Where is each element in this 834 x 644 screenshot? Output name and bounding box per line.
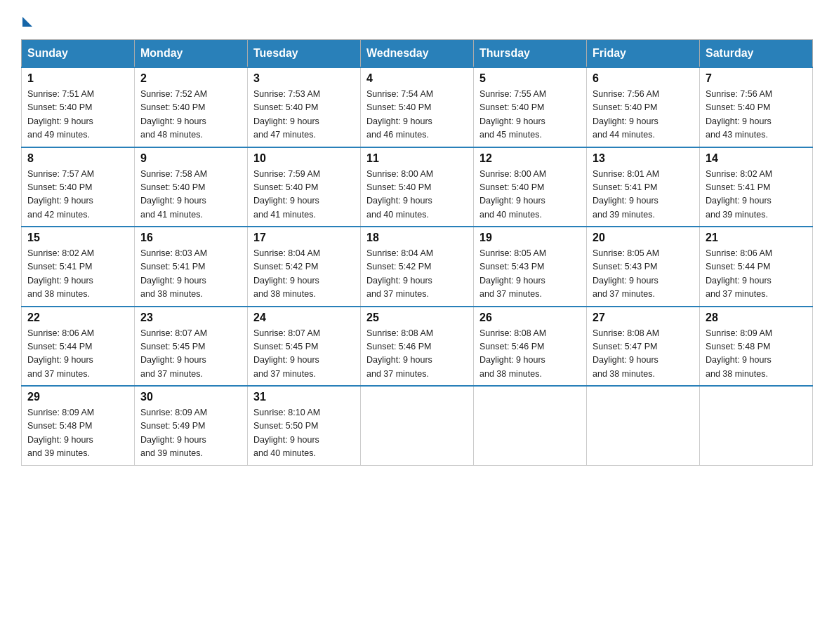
column-header-friday: Friday — [587, 40, 700, 68]
calendar-cell: 30Sunrise: 8:09 AMSunset: 5:49 PMDayligh… — [135, 386, 248, 465]
calendar-cell: 18Sunrise: 8:04 AMSunset: 5:42 PMDayligh… — [361, 227, 474, 307]
day-number: 30 — [140, 391, 241, 403]
day-number: 31 — [253, 391, 355, 403]
day-number: 10 — [253, 152, 355, 165]
day-number: 16 — [140, 232, 241, 244]
calendar-cell: 12Sunrise: 8:00 AMSunset: 5:40 PMDayligh… — [474, 147, 587, 227]
calendar-cell — [474, 386, 587, 465]
day-info: Sunrise: 8:05 AMSunset: 5:43 PMDaylight:… — [479, 247, 581, 302]
day-info: Sunrise: 8:07 AMSunset: 5:45 PMDaylight:… — [253, 327, 355, 382]
day-info: Sunrise: 8:06 AMSunset: 5:44 PMDaylight:… — [706, 247, 807, 302]
day-info: Sunrise: 8:07 AMSunset: 5:45 PMDaylight:… — [140, 327, 241, 382]
day-number: 6 — [593, 72, 694, 85]
day-info: Sunrise: 8:06 AMSunset: 5:44 PMDaylight:… — [27, 327, 128, 382]
day-info: Sunrise: 8:00 AMSunset: 5:40 PMDaylight:… — [479, 168, 581, 222]
day-info: Sunrise: 8:10 AMSunset: 5:50 PMDaylight:… — [253, 406, 355, 461]
day-info: Sunrise: 8:02 AMSunset: 5:41 PMDaylight:… — [27, 247, 128, 302]
day-info: Sunrise: 8:02 AMSunset: 5:41 PMDaylight:… — [706, 168, 807, 222]
calendar-cell: 6Sunrise: 7:56 AMSunset: 5:40 PMDaylight… — [587, 67, 700, 147]
calendar-cell — [700, 386, 813, 465]
day-info: Sunrise: 8:09 AMSunset: 5:49 PMDaylight:… — [140, 406, 241, 461]
day-number: 2 — [140, 72, 241, 85]
day-info: Sunrise: 7:55 AMSunset: 5:40 PMDaylight:… — [479, 88, 581, 142]
calendar-cell: 29Sunrise: 8:09 AMSunset: 5:48 PMDayligh… — [22, 386, 135, 465]
day-info: Sunrise: 7:57 AMSunset: 5:40 PMDaylight:… — [27, 168, 128, 222]
day-number: 8 — [27, 152, 128, 165]
calendar-cell: 10Sunrise: 7:59 AMSunset: 5:40 PMDayligh… — [248, 147, 361, 227]
logo-arrow-icon — [22, 17, 32, 27]
day-number: 18 — [366, 232, 468, 244]
day-number: 4 — [366, 72, 468, 85]
calendar-cell — [361, 386, 474, 465]
day-number: 20 — [593, 232, 694, 244]
day-info: Sunrise: 8:08 AMSunset: 5:46 PMDaylight:… — [479, 327, 581, 382]
column-header-thursday: Thursday — [474, 40, 587, 68]
page-header — [21, 14, 813, 25]
calendar-cell: 26Sunrise: 8:08 AMSunset: 5:46 PMDayligh… — [474, 307, 587, 387]
day-number: 23 — [140, 311, 241, 324]
calendar-cell: 23Sunrise: 8:07 AMSunset: 5:45 PMDayligh… — [135, 307, 248, 387]
column-header-monday: Monday — [135, 40, 248, 68]
day-number: 7 — [706, 72, 807, 85]
day-info: Sunrise: 8:09 AMSunset: 5:48 PMDaylight:… — [706, 327, 807, 382]
day-number: 22 — [27, 311, 128, 324]
week-row-5: 29Sunrise: 8:09 AMSunset: 5:48 PMDayligh… — [22, 386, 813, 465]
calendar-cell: 16Sunrise: 8:03 AMSunset: 5:41 PMDayligh… — [135, 227, 248, 307]
day-number: 27 — [593, 311, 694, 324]
calendar-cell: 9Sunrise: 7:58 AMSunset: 5:40 PMDaylight… — [135, 147, 248, 227]
calendar-cell: 7Sunrise: 7:56 AMSunset: 5:40 PMDaylight… — [700, 67, 813, 147]
calendar-cell: 24Sunrise: 8:07 AMSunset: 5:45 PMDayligh… — [248, 307, 361, 387]
calendar-cell: 21Sunrise: 8:06 AMSunset: 5:44 PMDayligh… — [700, 227, 813, 307]
calendar-cell: 20Sunrise: 8:05 AMSunset: 5:43 PMDayligh… — [587, 227, 700, 307]
day-info: Sunrise: 7:56 AMSunset: 5:40 PMDaylight:… — [706, 88, 807, 142]
day-info: Sunrise: 8:04 AMSunset: 5:42 PMDaylight:… — [366, 247, 468, 302]
day-number: 13 — [593, 152, 694, 165]
calendar-cell: 8Sunrise: 7:57 AMSunset: 5:40 PMDaylight… — [22, 147, 135, 227]
day-info: Sunrise: 8:03 AMSunset: 5:41 PMDaylight:… — [140, 247, 241, 302]
calendar-cell: 4Sunrise: 7:54 AMSunset: 5:40 PMDaylight… — [361, 67, 474, 147]
calendar-cell: 31Sunrise: 8:10 AMSunset: 5:50 PMDayligh… — [248, 386, 361, 465]
day-number: 3 — [253, 72, 355, 85]
week-row-4: 22Sunrise: 8:06 AMSunset: 5:44 PMDayligh… — [22, 307, 813, 387]
day-number: 26 — [479, 311, 581, 324]
day-info: Sunrise: 8:00 AMSunset: 5:40 PMDaylight:… — [366, 168, 468, 222]
column-header-sunday: Sunday — [22, 40, 135, 68]
day-info: Sunrise: 7:54 AMSunset: 5:40 PMDaylight:… — [366, 88, 468, 142]
calendar-cell: 3Sunrise: 7:53 AMSunset: 5:40 PMDaylight… — [248, 67, 361, 147]
calendar-header-row: SundayMondayTuesdayWednesdayThursdayFrid… — [22, 40, 813, 68]
day-number: 15 — [27, 232, 128, 244]
day-number: 12 — [479, 152, 581, 165]
day-info: Sunrise: 8:04 AMSunset: 5:42 PMDaylight:… — [253, 247, 355, 302]
day-info: Sunrise: 7:56 AMSunset: 5:40 PMDaylight:… — [593, 88, 694, 142]
calendar-cell: 5Sunrise: 7:55 AMSunset: 5:40 PMDaylight… — [474, 67, 587, 147]
week-row-1: 1Sunrise: 7:51 AMSunset: 5:40 PMDaylight… — [22, 67, 813, 147]
column-header-wednesday: Wednesday — [361, 40, 474, 68]
day-number: 5 — [479, 72, 581, 85]
day-number: 19 — [479, 232, 581, 244]
calendar-cell: 15Sunrise: 8:02 AMSunset: 5:41 PMDayligh… — [22, 227, 135, 307]
day-info: Sunrise: 7:59 AMSunset: 5:40 PMDaylight:… — [253, 168, 355, 222]
calendar-cell: 19Sunrise: 8:05 AMSunset: 5:43 PMDayligh… — [474, 227, 587, 307]
day-number: 1 — [27, 72, 128, 85]
logo — [21, 14, 32, 25]
calendar-cell: 14Sunrise: 8:02 AMSunset: 5:41 PMDayligh… — [700, 147, 813, 227]
calendar-cell: 11Sunrise: 8:00 AMSunset: 5:40 PMDayligh… — [361, 147, 474, 227]
day-number: 21 — [706, 232, 807, 244]
day-number: 25 — [366, 311, 468, 324]
calendar-cell: 22Sunrise: 8:06 AMSunset: 5:44 PMDayligh… — [22, 307, 135, 387]
day-info: Sunrise: 8:05 AMSunset: 5:43 PMDaylight:… — [593, 247, 694, 302]
day-info: Sunrise: 8:08 AMSunset: 5:46 PMDaylight:… — [366, 327, 468, 382]
day-number: 29 — [27, 391, 128, 403]
day-info: Sunrise: 8:09 AMSunset: 5:48 PMDaylight:… — [27, 406, 128, 461]
calendar-cell: 25Sunrise: 8:08 AMSunset: 5:46 PMDayligh… — [361, 307, 474, 387]
calendar-cell — [587, 386, 700, 465]
day-number: 24 — [253, 311, 355, 324]
week-row-2: 8Sunrise: 7:57 AMSunset: 5:40 PMDaylight… — [22, 147, 813, 227]
calendar-table: SundayMondayTuesdayWednesdayThursdayFrid… — [21, 39, 813, 466]
calendar-cell: 13Sunrise: 8:01 AMSunset: 5:41 PMDayligh… — [587, 147, 700, 227]
column-header-tuesday: Tuesday — [248, 40, 361, 68]
calendar-cell: 17Sunrise: 8:04 AMSunset: 5:42 PMDayligh… — [248, 227, 361, 307]
calendar-cell: 1Sunrise: 7:51 AMSunset: 5:40 PMDaylight… — [22, 67, 135, 147]
day-number: 14 — [706, 152, 807, 165]
day-info: Sunrise: 7:51 AMSunset: 5:40 PMDaylight:… — [27, 88, 128, 142]
